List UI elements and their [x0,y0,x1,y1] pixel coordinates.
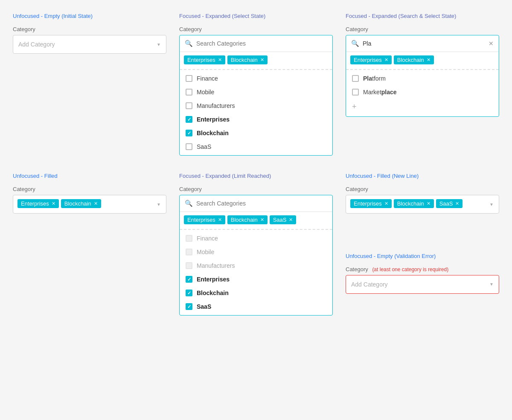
remove-blockchain-icon[interactable]: ✕ [260,57,264,63]
section-title: Unfocused - Filled (New Line) [346,173,499,179]
checkbox-finance[interactable] [186,75,192,82]
option-manufacturers[interactable]: Manufacturers [180,99,332,113]
remove-blockchain-icon[interactable]: ✕ [260,217,264,223]
option-label-blockchain: Blockchain [197,130,229,136]
search-icon: 🔍 [185,200,193,207]
search-row: 🔍 [180,35,332,52]
option-enterprises-checked[interactable]: Enterprises [180,272,332,286]
option-blockchain-checked[interactable]: Blockchain [180,286,332,300]
option-mobile[interactable]: Mobile [180,85,332,99]
section-unfocused-empty-error: Unfocused - Empty (Validation Error) Cat… [346,253,499,316]
options-wrapper: Finance Mobile Manufacturers Enterprises [180,70,332,155]
checkbox-mobile[interactable] [186,89,192,96]
remove-blockchain-icon[interactable]: ✕ [94,201,98,206]
options-list: Platform Marketplace + [346,70,499,116]
match-highlight: Pla [363,75,372,82]
clear-search-icon[interactable]: ✕ [489,40,494,47]
validation-error-text: (at least one category is required) [372,266,448,272]
checkbox-enterprises[interactable] [186,276,192,283]
category-dropdown-error[interactable]: Add Category ▼ [346,275,499,294]
option-label-finance: Finance [197,235,218,242]
option-label-saas: SaaS [197,303,211,310]
chip-enterprises: Enterprises ✕ [184,55,225,64]
search-row: 🔍 [180,195,332,212]
remove-saas-icon[interactable]: ✕ [289,217,293,223]
checkbox-blockchain[interactable] [186,290,192,296]
search-row: 🔍 ✕ [346,35,499,52]
chevron-down-icon: ▼ [489,282,494,287]
field-label: Category [346,186,499,192]
remove-blockchain-icon[interactable]: ✕ [427,57,431,63]
option-label-blockchain: Blockchain [197,290,229,296]
option-blockchain[interactable]: Blockchain [180,126,332,140]
section-focused-expanded-search: Focused - Expanded (Search & Select Stat… [346,13,499,156]
checkbox-saas[interactable] [186,303,192,310]
plus-add-row[interactable]: + [346,99,499,115]
tags-area: Enterprises ✕ Blockchain ✕ SaaS ✕ [180,212,332,230]
chevron-down-icon: ▼ [489,202,494,207]
category-dropdown-expanded: 🔍 Enterprises ✕ Blockchain ✕ Finance Mob… [179,35,333,156]
field-label: Category [179,26,333,32]
checkbox-blockchain[interactable] [186,130,192,136]
section-unfocused-filled: Unfocused - Filled Category Enterprises … [13,173,166,236]
category-dropdown-filled[interactable]: Enterprises ✕ Blockchain ✕ ▼ [13,195,166,214]
checkbox-finance [186,235,192,242]
search-icon: 🔍 [351,40,359,47]
field-label: Category [179,186,333,192]
checkbox-saas[interactable] [186,143,192,150]
remove-enterprises-icon[interactable]: ✕ [52,201,55,206]
tags-area: Enterprises ✕ Blockchain ✕ [346,52,499,70]
chevron-down-icon: ▼ [157,202,161,207]
category-dropdown-empty[interactable]: Add Category ▼ [13,35,166,54]
chip-blockchain: Blockchain ✕ [227,55,268,64]
option-label-finance: Finance [197,75,218,82]
chip-blockchain: Blockchain ✕ [61,199,101,208]
options-list: Finance Mobile Manufacturers Enterprises [180,70,332,155]
option-manufacturers-disabled: Manufacturers [180,259,332,272]
chip-blockchain: Blockchain ✕ [394,199,434,208]
option-saas[interactable]: SaaS [180,140,332,154]
checkbox-enterprises[interactable] [186,116,192,123]
option-label-manufacturers: Manufacturers [197,102,235,109]
field-label-with-error: Category (at least one category is requi… [346,266,499,272]
chevron-down-icon: ▼ [157,42,161,47]
section-title: Unfocused - Empty (Initial State) [13,13,166,19]
option-finance[interactable]: Finance [180,72,332,85]
checkbox-marketplace[interactable] [352,89,359,96]
remove-enterprises-icon[interactable]: ✕ [384,201,388,206]
category-dropdown-newline[interactable]: Enterprises ✕ Blockchain ✕ SaaS ✕ ▼ [346,195,499,214]
chip-saas: SaaS ✕ [270,215,297,224]
remove-enterprises-icon[interactable]: ✕ [218,57,222,63]
search-input-pla[interactable] [363,40,489,47]
search-input-limit[interactable] [196,200,327,207]
chip-enterprises: Enterprises ✕ [350,199,392,208]
option-platform[interactable]: Platform [346,72,499,85]
chip-blockchain: Blockchain ✕ [227,215,268,224]
option-enterprises[interactable]: Enterprises [180,113,332,126]
remove-enterprises-icon[interactable]: ✕ [384,57,388,63]
section-title: Focused - Expanded (Search & Select Stat… [346,13,499,19]
option-label-mobile: Mobile [197,249,214,255]
option-saas-checked[interactable]: SaaS [180,300,332,313]
spacer-col3-row2 [13,253,166,316]
option-finance-disabled: Finance [180,232,332,245]
placeholder-text: Add Category [18,41,55,48]
section-title: Unfocused - Filled [13,173,166,179]
checkbox-manufacturers[interactable] [186,102,192,109]
chip-enterprises: Enterprises ✕ [17,199,59,208]
checkbox-platform[interactable] [352,75,359,82]
option-marketplace[interactable]: Marketplace [346,85,499,99]
tags-area: Enterprises ✕ Blockchain ✕ [180,52,332,70]
option-label-saas: SaaS [197,143,211,150]
section-title: Focused - Expanded (Select State) [179,13,333,19]
chip-saas: SaaS ✕ [436,199,463,208]
remove-saas-icon[interactable]: ✕ [455,201,459,206]
search-input[interactable] [196,40,327,47]
field-label: Category [346,26,499,32]
remove-enterprises-icon[interactable]: ✕ [218,217,222,223]
option-mobile-disabled: Mobile [180,245,332,259]
remove-blockchain-icon[interactable]: ✕ [427,201,431,206]
chip-blockchain: Blockchain ✕ [394,55,434,64]
option-label-enterprises: Enterprises [197,276,230,283]
label-text: Category [346,266,368,272]
